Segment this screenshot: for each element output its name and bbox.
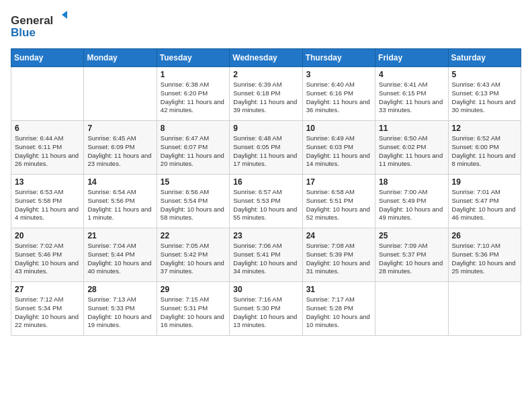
calendar-cell: 26Sunrise: 7:10 AMSunset: 5:36 PMDayligh… <box>448 228 521 282</box>
day-number: 21 <box>87 231 152 240</box>
calendar-cell: 4Sunrise: 6:41 AMSunset: 6:15 PMDaylight… <box>375 67 448 121</box>
calendar-cell: 20Sunrise: 7:02 AMSunset: 5:46 PMDayligh… <box>11 228 84 282</box>
calendar-cell: 16Sunrise: 6:57 AMSunset: 5:53 PMDayligh… <box>230 175 302 228</box>
calendar-table: SundayMondayTuesdayWednesdayThursdayFrid… <box>11 48 521 336</box>
day-number: 8 <box>161 124 226 133</box>
column-header-sunday: Sunday <box>11 49 84 67</box>
cell-info: Sunrise: 6:45 AMSunset: 6:09 PMDaylight:… <box>87 134 152 169</box>
day-number: 11 <box>379 124 444 133</box>
day-number: 18 <box>379 177 444 187</box>
calendar-cell: 8Sunrise: 6:47 AMSunset: 6:07 PMDaylight… <box>157 121 229 175</box>
cell-info: Sunrise: 7:13 AMSunset: 5:33 PMDaylight:… <box>87 295 152 330</box>
cell-info: Sunrise: 6:52 AMSunset: 6:00 PMDaylight:… <box>452 134 517 169</box>
cell-info: Sunrise: 6:56 AMSunset: 5:54 PMDaylight:… <box>161 188 226 222</box>
cell-info: Sunrise: 6:43 AMSunset: 6:13 PMDaylight:… <box>452 81 517 115</box>
calendar-cell: 28Sunrise: 7:13 AMSunset: 5:33 PMDayligh… <box>84 282 157 336</box>
calendar-cell: 15Sunrise: 6:56 AMSunset: 5:54 PMDayligh… <box>157 175 229 228</box>
calendar-cell: 25Sunrise: 7:09 AMSunset: 5:37 PMDayligh… <box>375 228 448 282</box>
calendar-cell: 12Sunrise: 6:52 AMSunset: 6:00 PMDayligh… <box>448 121 521 175</box>
logo-svg: General Blue <box>11 11 71 40</box>
cell-info: Sunrise: 6:40 AMSunset: 6:16 PMDaylight:… <box>306 81 371 115</box>
cell-info: Sunrise: 7:02 AMSunset: 5:46 PMDaylight:… <box>15 242 80 276</box>
calendar-cell: 22Sunrise: 7:05 AMSunset: 5:42 PMDayligh… <box>157 228 229 282</box>
day-number: 23 <box>233 231 298 240</box>
cell-info: Sunrise: 7:16 AMSunset: 5:30 PMDaylight:… <box>233 295 298 330</box>
calendar-cell: 3Sunrise: 6:40 AMSunset: 6:16 PMDaylight… <box>302 67 375 121</box>
calendar-cell: 30Sunrise: 7:16 AMSunset: 5:30 PMDayligh… <box>230 282 302 336</box>
svg-text:Blue: Blue <box>11 26 36 39</box>
column-header-friday: Friday <box>375 49 448 67</box>
cell-info: Sunrise: 7:04 AMSunset: 5:44 PMDaylight:… <box>87 242 152 276</box>
calendar-cell: 23Sunrise: 7:06 AMSunset: 5:41 PMDayligh… <box>230 228 302 282</box>
day-number: 5 <box>452 70 517 79</box>
day-number: 7 <box>87 124 152 133</box>
day-number: 19 <box>452 177 517 187</box>
day-number: 15 <box>161 177 226 187</box>
calendar-cell: 9Sunrise: 6:48 AMSunset: 6:05 PMDaylight… <box>230 121 302 175</box>
calendar-cell: 11Sunrise: 6:50 AMSunset: 6:02 PMDayligh… <box>375 121 448 175</box>
calendar-cell: 21Sunrise: 7:04 AMSunset: 5:44 PMDayligh… <box>84 228 157 282</box>
day-number: 17 <box>306 177 371 187</box>
column-header-wednesday: Wednesday <box>230 49 302 67</box>
cell-info: Sunrise: 7:06 AMSunset: 5:41 PMDaylight:… <box>233 242 298 276</box>
week-row-2: 6Sunrise: 6:44 AMSunset: 6:11 PMDaylight… <box>11 121 521 175</box>
calendar-cell: 14Sunrise: 6:54 AMSunset: 5:56 PMDayligh… <box>84 175 157 228</box>
page-header: General Blue <box>11 11 521 40</box>
calendar-cell: 27Sunrise: 7:12 AMSunset: 5:34 PMDayligh… <box>11 282 84 336</box>
cell-info: Sunrise: 7:17 AMSunset: 5:28 PMDaylight:… <box>306 295 371 330</box>
day-number: 13 <box>15 177 80 187</box>
column-header-saturday: Saturday <box>448 49 521 67</box>
cell-info: Sunrise: 6:39 AMSunset: 6:18 PMDaylight:… <box>233 81 298 115</box>
column-header-thursday: Thursday <box>302 49 375 67</box>
cell-info: Sunrise: 7:05 AMSunset: 5:42 PMDaylight:… <box>161 242 226 276</box>
cell-info: Sunrise: 6:57 AMSunset: 5:53 PMDaylight:… <box>233 188 298 222</box>
cell-info: Sunrise: 6:58 AMSunset: 5:51 PMDaylight:… <box>306 188 371 222</box>
calendar-cell: 24Sunrise: 7:08 AMSunset: 5:39 PMDayligh… <box>302 228 375 282</box>
header-row: SundayMondayTuesdayWednesdayThursdayFrid… <box>11 49 521 67</box>
week-row-3: 13Sunrise: 6:53 AMSunset: 5:58 PMDayligh… <box>11 175 521 228</box>
calendar-cell <box>84 67 157 121</box>
day-number: 29 <box>161 285 226 294</box>
day-number: 24 <box>306 231 371 240</box>
calendar-cell: 19Sunrise: 7:01 AMSunset: 5:47 PMDayligh… <box>448 175 521 228</box>
day-number: 14 <box>87 177 152 187</box>
cell-info: Sunrise: 7:01 AMSunset: 5:47 PMDaylight:… <box>452 188 517 222</box>
week-row-5: 27Sunrise: 7:12 AMSunset: 5:34 PMDayligh… <box>11 282 521 336</box>
column-header-tuesday: Tuesday <box>157 49 229 67</box>
calendar-cell <box>375 282 448 336</box>
cell-info: Sunrise: 6:49 AMSunset: 6:03 PMDaylight:… <box>306 134 371 169</box>
calendar-cell: 10Sunrise: 6:49 AMSunset: 6:03 PMDayligh… <box>302 121 375 175</box>
calendar-cell: 31Sunrise: 7:17 AMSunset: 5:28 PMDayligh… <box>302 282 375 336</box>
calendar-cell: 5Sunrise: 6:43 AMSunset: 6:13 PMDaylight… <box>448 67 521 121</box>
day-number: 9 <box>233 124 298 133</box>
calendar-cell: 6Sunrise: 6:44 AMSunset: 6:11 PMDaylight… <box>11 121 84 175</box>
svg-marker-2 <box>62 11 67 19</box>
cell-info: Sunrise: 6:38 AMSunset: 6:20 PMDaylight:… <box>161 81 226 115</box>
calendar-cell <box>448 282 521 336</box>
day-number: 12 <box>452 124 517 133</box>
day-number: 6 <box>15 124 80 133</box>
cell-info: Sunrise: 6:54 AMSunset: 5:56 PMDaylight:… <box>87 188 152 222</box>
cell-info: Sunrise: 6:44 AMSunset: 6:11 PMDaylight:… <box>15 134 80 169</box>
cell-info: Sunrise: 7:10 AMSunset: 5:36 PMDaylight:… <box>452 242 517 276</box>
cell-info: Sunrise: 7:08 AMSunset: 5:39 PMDaylight:… <box>306 242 371 276</box>
cell-info: Sunrise: 6:47 AMSunset: 6:07 PMDaylight:… <box>161 134 226 169</box>
calendar-cell <box>11 67 84 121</box>
logo: General Blue <box>11 11 71 40</box>
day-number: 25 <box>379 231 444 240</box>
cell-info: Sunrise: 7:12 AMSunset: 5:34 PMDaylight:… <box>15 295 80 330</box>
cell-info: Sunrise: 6:50 AMSunset: 6:02 PMDaylight:… <box>379 134 444 169</box>
calendar-cell: 2Sunrise: 6:39 AMSunset: 6:18 PMDaylight… <box>230 67 302 121</box>
day-number: 3 <box>306 70 371 79</box>
day-number: 16 <box>233 177 298 187</box>
day-number: 10 <box>306 124 371 133</box>
day-number: 30 <box>233 285 298 294</box>
calendar-cell: 13Sunrise: 6:53 AMSunset: 5:58 PMDayligh… <box>11 175 84 228</box>
day-number: 27 <box>15 285 80 294</box>
cell-info: Sunrise: 7:00 AMSunset: 5:49 PMDaylight:… <box>379 188 444 222</box>
day-number: 1 <box>161 70 226 79</box>
calendar-cell: 29Sunrise: 7:15 AMSunset: 5:31 PMDayligh… <box>157 282 229 336</box>
calendar-cell: 17Sunrise: 6:58 AMSunset: 5:51 PMDayligh… <box>302 175 375 228</box>
calendar-cell: 1Sunrise: 6:38 AMSunset: 6:20 PMDaylight… <box>157 67 229 121</box>
cell-info: Sunrise: 6:48 AMSunset: 6:05 PMDaylight:… <box>233 134 298 169</box>
